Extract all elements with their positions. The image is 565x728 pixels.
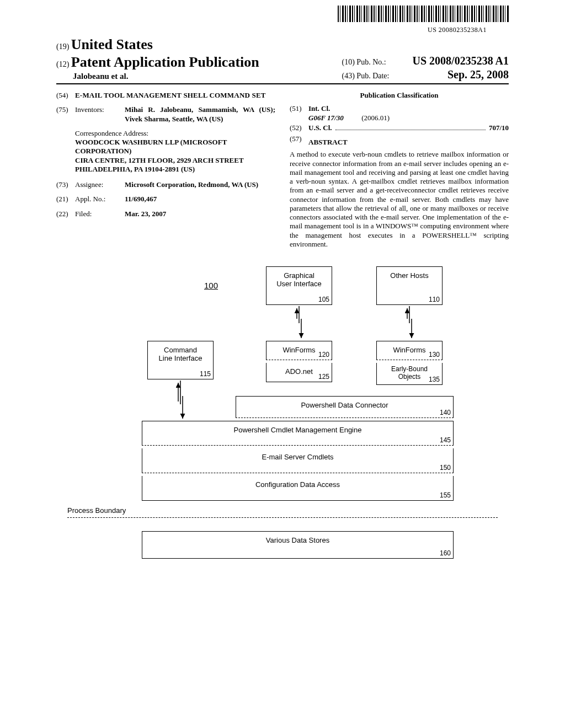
- box-otherhosts: Other Hosts 110: [376, 266, 443, 305]
- assignee: Microsoft Corporation, Redmond, WA (US): [125, 180, 275, 189]
- corr-label: Correspondence Address:: [75, 129, 148, 137]
- gui-label: Graphical User Interface: [269, 271, 329, 288]
- gui-ref: 105: [318, 296, 329, 303]
- other-label: Other Hosts: [379, 271, 440, 280]
- pubdate: Sep. 25, 2008: [413, 68, 509, 81]
- n57: (57): [290, 135, 308, 149]
- n54: (54): [56, 91, 75, 100]
- box-vds: Various Data Stores 160: [142, 531, 454, 559]
- body-columns: (54) E-MAIL TOOL MANAGEMENT SHELL COMMAN…: [56, 91, 509, 249]
- pubno: US 2008/0235238 A1: [413, 55, 509, 67]
- ref-100: 100: [204, 281, 218, 290]
- hdr-12: (12): [56, 60, 69, 68]
- cda-ref: 155: [440, 491, 451, 499]
- pdc-label: Powershell Data Connector: [238, 401, 451, 409]
- authors: Jalobeanu et al.: [56, 72, 259, 81]
- cli-label: Command Line Interface: [150, 346, 211, 362]
- box-cda: Configuration Data Access 155: [142, 476, 454, 501]
- box-winforms-2: WinForms 130: [376, 341, 443, 360]
- pubclass-heading: Publication Classification: [290, 91, 509, 100]
- inventors: Mihai R. Jalobeanu, Sammamish, WA (US); …: [125, 105, 275, 124]
- filed-label: Filed:: [75, 210, 125, 218]
- applno-text: 11/690,467: [125, 195, 157, 203]
- intcl-label: Int. Cl.: [308, 104, 330, 113]
- pubdate-label: (43) Pub. Date:: [342, 72, 408, 81]
- ebo-ref: 135: [429, 376, 440, 383]
- header: (19) United States (12) Patent Applicati…: [56, 36, 509, 84]
- cda-label: Configuration Data Access: [145, 480, 451, 489]
- filed-text: Mar. 23, 2007: [125, 210, 166, 218]
- pcm-ref: 145: [440, 436, 451, 444]
- wf1-ref: 120: [318, 351, 329, 358]
- vds-label: Various Data Stores: [145, 536, 451, 544]
- assignee-label: Assignee:: [75, 180, 125, 189]
- abstract-heading: ABSTRACT: [308, 138, 509, 147]
- esc-label: E-mail Server Cmdlets: [145, 453, 451, 461]
- n75: (75): [56, 105, 75, 124]
- hdr-19: (19): [56, 42, 69, 51]
- other-ref: 110: [429, 296, 440, 303]
- country: United States: [71, 36, 153, 52]
- box-pcm: Powershell Cmdlet Management Engine 145: [142, 421, 454, 446]
- pdc-ref: 140: [440, 409, 451, 416]
- pcm-label: Powershell Cmdlet Management Engine: [145, 426, 451, 434]
- n21: (21): [56, 195, 75, 204]
- wf2-ref: 130: [429, 351, 440, 358]
- box-ado: ADO.net 125: [266, 363, 332, 382]
- box-pdc: Powershell Data Connector 140: [236, 396, 454, 418]
- box-gui: Graphical User Interface 105: [266, 266, 332, 305]
- n52: (52): [290, 124, 308, 132]
- box-winforms-1: WinForms 120: [266, 341, 332, 360]
- corr-addr: WOODCOCK WASHBURN LLP (MICROSOFT CORPORA…: [75, 138, 244, 173]
- left-col: (54) E-MAIL TOOL MANAGEMENT SHELL COMMAN…: [56, 91, 275, 249]
- box-cli: Command Line Interface 115: [147, 341, 214, 379]
- barcode: [338, 6, 509, 22]
- inventors-label: Inventors:: [75, 105, 125, 124]
- correspondence: Correspondence Address: WOODCOCK WASHBUR…: [75, 129, 275, 174]
- barcode-number: US 20080235238A1: [428, 26, 509, 34]
- pub-title: Patent Application Publication: [71, 54, 259, 70]
- process-boundary-label: Process Boundary: [67, 506, 126, 515]
- right-col: Publication Classification (51) Int. Cl.…: [290, 91, 509, 249]
- n51: (51): [290, 104, 308, 122]
- barcode-area: US 20080235238A1: [56, 6, 509, 34]
- assignee-text: Microsoft Corporation, Redmond, WA (US): [125, 180, 258, 189]
- abstract-text: A method to execute verb-noun cmdlets to…: [290, 150, 509, 249]
- uscl-label: U.S. Cl.: [308, 124, 332, 132]
- connector-arrows: [56, 261, 509, 575]
- dot-leader: [335, 124, 486, 130]
- filed: Mar. 23, 2007: [125, 210, 275, 218]
- applno-label: Appl. No.:: [75, 195, 125, 204]
- uscl-val: 707/10: [489, 124, 509, 132]
- applno: 11/690,467: [125, 195, 275, 204]
- cli-ref: 115: [200, 370, 211, 378]
- figure-1: 100 Graphical User Interface 105 Other H…: [56, 261, 509, 575]
- process-boundary-line: [67, 517, 498, 518]
- patent-page: US 20080235238A1 (19) United States (12)…: [56, 0, 509, 597]
- box-esc: E-mail Server Cmdlets 150: [142, 448, 454, 473]
- intcl-code: G06F 17/30: [308, 114, 344, 122]
- inventors-text: Mihai R. Jalobeanu, Sammamish, WA (US); …: [125, 105, 275, 122]
- n73: (73): [56, 180, 75, 189]
- pubno-label: (10) Pub. No.:: [342, 58, 408, 67]
- esc-ref: 150: [440, 464, 451, 472]
- intcl-year: (2006.01): [361, 114, 390, 122]
- ado-ref: 125: [318, 373, 329, 381]
- title-54: E-MAIL TOOL MANAGEMENT SHELL COMMAND SET: [75, 91, 275, 100]
- box-ebo: Early-Bound Objects 135: [376, 363, 443, 385]
- n22: (22): [56, 210, 75, 218]
- vds-ref: 160: [440, 549, 451, 557]
